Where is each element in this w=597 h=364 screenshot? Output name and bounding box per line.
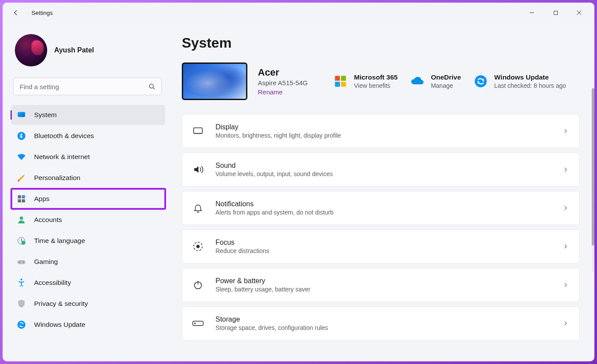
sidebar-item-label: Accessibility (34, 279, 71, 287)
power-icon (192, 279, 204, 291)
rename-link[interactable]: Rename (258, 88, 318, 96)
row-title: Notifications (215, 200, 551, 208)
window-controls (522, 6, 589, 20)
row-title: Sound (215, 162, 551, 170)
update-sync-icon (473, 74, 488, 89)
row-sub: Storage space, drives, configuration rul… (215, 324, 551, 331)
shield-icon (17, 299, 26, 309)
device-info: Acer Aspire A515-54G Rename (258, 67, 318, 96)
minimize-icon (529, 10, 535, 15)
row-sound[interactable]: Sound Volume levels, output, input, soun… (182, 153, 580, 187)
content-area: Ayush Patel System (3, 23, 594, 361)
storage-icon (192, 317, 204, 329)
settings-list: Display Monitors, brightness, night ligh… (182, 114, 580, 349)
maximize-icon (553, 10, 558, 15)
brush-icon (17, 173, 26, 183)
back-button[interactable] (8, 5, 24, 21)
row-notifications[interactable]: Notifications Alerts from apps and syste… (182, 191, 580, 225)
back-arrow-icon (12, 9, 20, 17)
chevron-right-icon (562, 243, 569, 250)
svg-point-5 (17, 180, 19, 181)
row-sub: Sleep, battery usage, battery saver (215, 286, 551, 293)
sidebar-item-bluetooth[interactable]: Bluetooth & devices (11, 126, 165, 146)
titlebar: Settings (3, 3, 594, 23)
sidebar-item-accessibility[interactable]: Accessibility (11, 273, 165, 293)
nav-list: System Bluetooth & devices Network & int… (10, 105, 165, 335)
close-button[interactable] (569, 6, 589, 20)
sidebar-item-system[interactable]: System (11, 105, 165, 125)
svg-rect-8 (18, 199, 21, 202)
scrollbar-thumb[interactable] (592, 88, 594, 246)
row-sub: Reduce distractions (215, 247, 551, 254)
scrollbar[interactable] (592, 88, 594, 272)
svg-rect-20 (335, 82, 340, 87)
minimize-button[interactable] (522, 6, 542, 20)
profile-block[interactable]: Ayush Patel (10, 29, 165, 78)
row-storage[interactable]: Storage Storage space, drives, configura… (182, 306, 580, 340)
bluetooth-icon (17, 131, 26, 141)
tile-onedrive[interactable]: OneDrive Manage (410, 73, 461, 89)
window-title: Settings (31, 10, 53, 16)
svg-point-1 (149, 84, 153, 88)
sidebar-item-label: Windows Update (34, 321, 85, 329)
svg-point-12 (21, 241, 25, 245)
svg-rect-0 (554, 11, 557, 14)
focus-icon (192, 240, 204, 253)
search-icon (148, 83, 156, 90)
sidebar-item-label: Privacy & security (34, 300, 88, 308)
settings-window: Settings Ayush Patel (3, 3, 594, 361)
sidebar-item-label: Apps (34, 195, 49, 203)
row-title: Focus (215, 239, 551, 246)
svg-rect-21 (341, 82, 346, 87)
bell-icon (192, 202, 204, 214)
row-power[interactable]: Power & battery Sleep, battery usage, ba… (182, 268, 580, 302)
chevron-right-icon (562, 320, 569, 326)
close-icon (576, 10, 582, 15)
tile-sub: Manage (431, 82, 461, 89)
sidebar-item-apps[interactable]: Apps (11, 189, 165, 209)
svg-point-25 (196, 245, 200, 248)
sidebar-item-label: Network & internet (34, 153, 90, 161)
svg-rect-19 (341, 76, 346, 81)
gamepad-icon (17, 257, 26, 267)
svg-point-10 (20, 216, 23, 220)
tile-sub: Last checked: 8 hours ago (494, 82, 566, 89)
tile-windows-update[interactable]: Windows Update Last checked: 8 hours ago (473, 73, 566, 89)
tile-title: Microsoft 365 (354, 73, 398, 81)
apps-icon (17, 194, 26, 204)
svg-rect-18 (335, 76, 340, 81)
device-name: Acer (258, 67, 318, 78)
tile-microsoft-365[interactable]: Microsoft 365 View benefits (333, 73, 398, 89)
sidebar-item-label: Time & language (34, 237, 85, 245)
svg-rect-23 (194, 128, 202, 133)
profile-name: Ayush Patel (54, 46, 94, 54)
svg-point-17 (17, 321, 25, 329)
sidebar-item-privacy[interactable]: Privacy & security (11, 294, 165, 314)
svg-rect-3 (18, 112, 25, 117)
svg-rect-13 (17, 260, 25, 264)
sidebar-item-personalization[interactable]: Personalization (11, 168, 165, 188)
row-display[interactable]: Display Monitors, brightness, night ligh… (182, 114, 580, 148)
microsoft-365-icon (333, 74, 348, 89)
svg-point-28 (194, 323, 195, 324)
wifi-icon (17, 152, 26, 162)
sidebar-item-accounts[interactable]: Accounts (11, 210, 165, 230)
row-focus[interactable]: Focus Reduce distractions (182, 229, 580, 263)
maximize-button[interactable] (545, 6, 566, 20)
chevron-right-icon (562, 128, 569, 134)
device-thumbnail[interactable] (182, 62, 247, 100)
row-sub: Alerts from apps and system, do not dist… (215, 209, 551, 216)
search-container (13, 78, 162, 95)
svg-point-14 (19, 262, 20, 263)
page-title: System (182, 35, 580, 51)
row-sub: Volume levels, output, input, sound devi… (215, 170, 551, 177)
accessibility-icon (17, 278, 26, 288)
sidebar-item-time-language[interactable]: Time & language (11, 231, 165, 251)
sidebar-item-gaming[interactable]: Gaming (11, 252, 165, 272)
header-tiles: Microsoft 365 View benefits OneDrive Man… (333, 73, 580, 89)
search-input[interactable] (13, 78, 162, 95)
sidebar-item-network[interactable]: Network & internet (11, 147, 165, 167)
chevron-right-icon (562, 282, 569, 288)
sidebar-item-windows-update[interactable]: Windows Update (11, 315, 165, 335)
sidebar: Ayush Patel System (3, 23, 169, 361)
